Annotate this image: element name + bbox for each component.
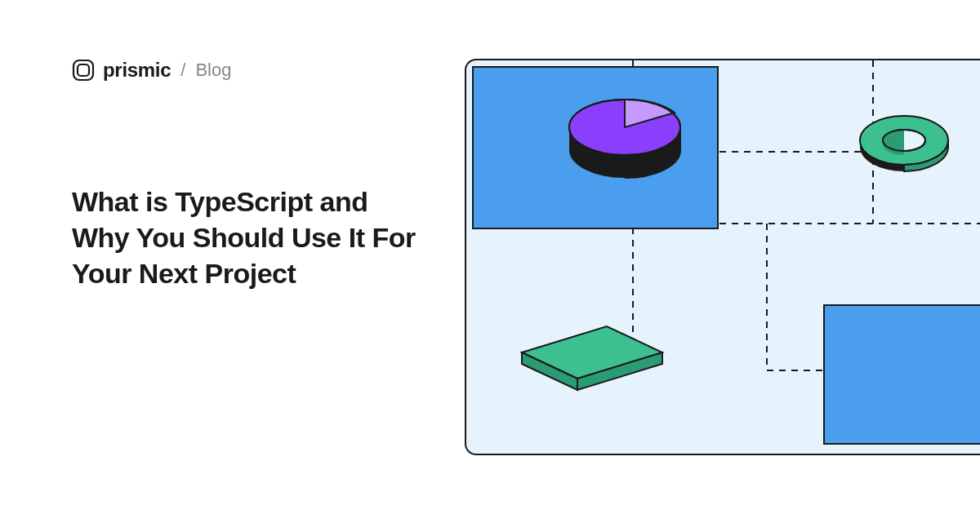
page-title: What is TypeScript and Why You Should Us… [72, 184, 431, 292]
breadcrumb-page: Blog [195, 60, 231, 81]
header: prismic / Blog [72, 59, 231, 82]
brand-name: prismic [103, 59, 171, 82]
hero-illustration [465, 59, 980, 455]
svg-rect-0 [74, 60, 93, 80]
svg-rect-11 [824, 305, 980, 444]
cylinder-shape-icon [569, 100, 680, 178]
prismic-logo-icon [72, 59, 95, 82]
book-shape-icon [522, 326, 662, 390]
torus-shape-icon [860, 116, 948, 171]
breadcrumb-separator: / [180, 60, 185, 81]
svg-rect-1 [78, 64, 89, 76]
